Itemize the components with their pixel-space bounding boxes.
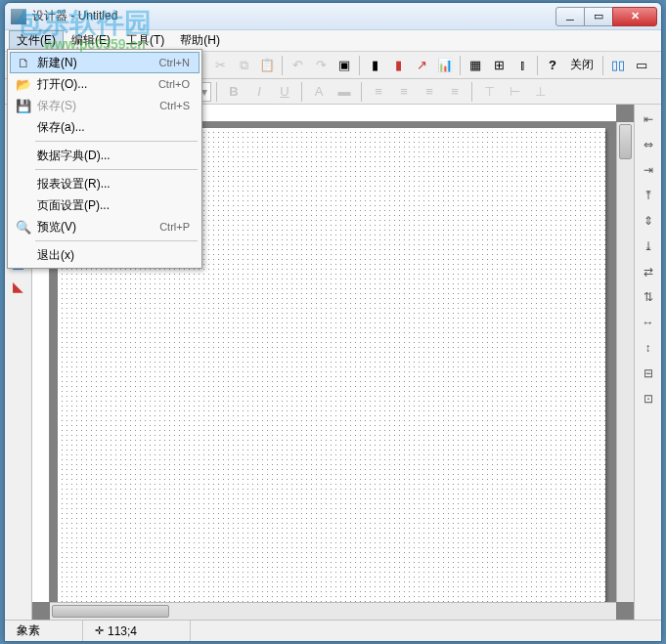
menu-separator xyxy=(35,240,198,241)
send-back-button[interactable]: ▮ xyxy=(386,54,410,77)
same-height-icon[interactable]: ↕ xyxy=(639,339,658,357)
ruler-button[interactable]: ⫿ xyxy=(511,54,534,77)
separator xyxy=(460,56,461,75)
italic-button[interactable]: I xyxy=(247,80,271,104)
preview-icon: 🔍 xyxy=(14,220,33,235)
chart-button[interactable]: 📊 xyxy=(433,54,457,77)
right-toolbox: ⇤ ⇔ ⇥ ⤒ ⇕ ⤓ ⇄ ⇅ ↔ ↕ ⊟ ⊡ xyxy=(634,105,661,620)
menu-edit[interactable]: 编辑(E) xyxy=(64,30,118,51)
redo-button[interactable]: ↷ xyxy=(309,54,333,77)
shape-tool-icon[interactable]: ◣ xyxy=(9,277,28,296)
align-right-icon[interactable]: ⇥ xyxy=(639,161,658,179)
menu-item-save-as[interactable]: 保存(a)... xyxy=(10,116,200,138)
group-button[interactable]: ▣ xyxy=(333,54,356,77)
separator xyxy=(282,56,283,75)
menu-file[interactable]: 文件(E) xyxy=(9,30,64,51)
open-folder-icon: 📂 xyxy=(14,77,33,92)
cut-button[interactable]: ✂ xyxy=(208,54,232,77)
menu-item-preview[interactable]: 🔍 预览(V) Ctrl+P xyxy=(10,216,200,237)
help-button[interactable]: ? xyxy=(541,54,564,77)
same-width-icon[interactable]: ↔ xyxy=(639,314,658,331)
layout-button[interactable]: ▯▯ xyxy=(606,54,630,77)
statusbar: 象素 ✛ 113;4 xyxy=(5,620,661,641)
undo-button[interactable]: ↶ xyxy=(286,54,309,77)
bold-button[interactable]: B xyxy=(222,80,245,104)
separator xyxy=(471,82,472,102)
align-left-icon[interactable]: ⇤ xyxy=(639,110,658,128)
menu-tools[interactable]: 工具(T) xyxy=(118,30,172,51)
center-h-icon[interactable]: ⊟ xyxy=(639,365,658,382)
menu-item-page-setup[interactable]: 页面设置(P)... xyxy=(10,194,200,216)
status-spacer xyxy=(191,621,661,641)
fill-color-button[interactable]: ▬ xyxy=(333,80,356,104)
page-button[interactable]: ▭ xyxy=(630,54,653,77)
horizontal-scrollbar[interactable] xyxy=(50,602,616,620)
menu-item-open[interactable]: 📂 打开(O)... Ctrl+O xyxy=(10,73,200,95)
menu-help[interactable]: 帮助(H) xyxy=(172,30,228,51)
copy-button[interactable]: ⧉ xyxy=(232,54,255,77)
menu-item-report-setup[interactable]: 报表设置(R)... xyxy=(10,173,200,194)
distribute-v-icon[interactable]: ⇅ xyxy=(639,288,658,306)
align-middle-icon[interactable]: ⇕ xyxy=(639,212,658,230)
distribute-h-icon[interactable]: ⇄ xyxy=(639,263,658,280)
app-icon xyxy=(11,9,26,24)
scrollbar-thumb[interactable] xyxy=(619,124,632,159)
bring-front-button[interactable]: ▮ xyxy=(363,54,386,77)
flip-button[interactable]: ↗ xyxy=(410,54,433,77)
separator xyxy=(602,56,603,75)
minimize-button[interactable] xyxy=(555,7,585,26)
separator xyxy=(216,82,217,102)
titlebar[interactable]: 设计器 - Untitled xyxy=(5,3,661,30)
align-center-button[interactable]: ≡ xyxy=(392,80,416,104)
file-menu-dropdown: 🗋 新建(N) Ctrl+N 📂 打开(O)... Ctrl+O 💾 保存(S)… xyxy=(7,49,202,269)
separator xyxy=(301,82,302,102)
window-controls xyxy=(556,7,657,26)
menu-item-data-dict[interactable]: 数据字典(D)... xyxy=(10,145,200,166)
snap-button[interactable]: ⊞ xyxy=(487,54,511,77)
align-right-button[interactable]: ≡ xyxy=(418,80,441,104)
paste-button[interactable]: 📋 xyxy=(255,54,279,77)
underline-button[interactable]: U xyxy=(273,80,296,104)
crosshair-icon: ✛ xyxy=(95,624,104,637)
close-button[interactable] xyxy=(612,7,657,26)
align-top-icon[interactable]: ⤒ xyxy=(639,187,658,204)
menu-item-new[interactable]: 🗋 新建(N) Ctrl+N xyxy=(10,52,200,73)
scrollbar-thumb[interactable] xyxy=(52,605,169,618)
window-title: 设计器 - Untitled xyxy=(32,8,556,24)
align-bottom-icon[interactable]: ⤓ xyxy=(639,237,658,255)
menu-item-save[interactable]: 💾 保存(S) Ctrl+S xyxy=(10,95,200,116)
grid-button[interactable]: ▦ xyxy=(464,54,487,77)
separator xyxy=(359,56,360,75)
align-justify-button[interactable]: ≡ xyxy=(443,80,466,104)
separator xyxy=(361,82,362,102)
align-center-h-icon[interactable]: ⇔ xyxy=(639,136,658,153)
menu-item-exit[interactable]: 退出(x) xyxy=(10,244,200,266)
center-v-icon[interactable]: ⊡ xyxy=(639,390,658,408)
separator xyxy=(537,56,538,75)
menu-separator xyxy=(35,141,198,142)
valign-top-button[interactable]: ⊤ xyxy=(477,80,501,104)
status-coords: ✛ 113;4 xyxy=(83,621,191,641)
new-file-icon: 🗋 xyxy=(14,56,33,70)
status-mode: 象素 xyxy=(5,621,83,641)
valign-bottom-button[interactable]: ⊥ xyxy=(528,80,552,104)
close-label-button[interactable]: 关闭 xyxy=(564,57,599,73)
save-disk-icon: 💾 xyxy=(14,99,33,113)
valign-middle-button[interactable]: ⊢ xyxy=(503,80,526,104)
font-color-button[interactable]: A xyxy=(307,80,331,104)
align-left-button[interactable]: ≡ xyxy=(367,80,390,104)
vertical-scrollbar[interactable] xyxy=(616,122,634,602)
maximize-button[interactable] xyxy=(584,7,613,26)
menu-separator xyxy=(35,169,198,170)
